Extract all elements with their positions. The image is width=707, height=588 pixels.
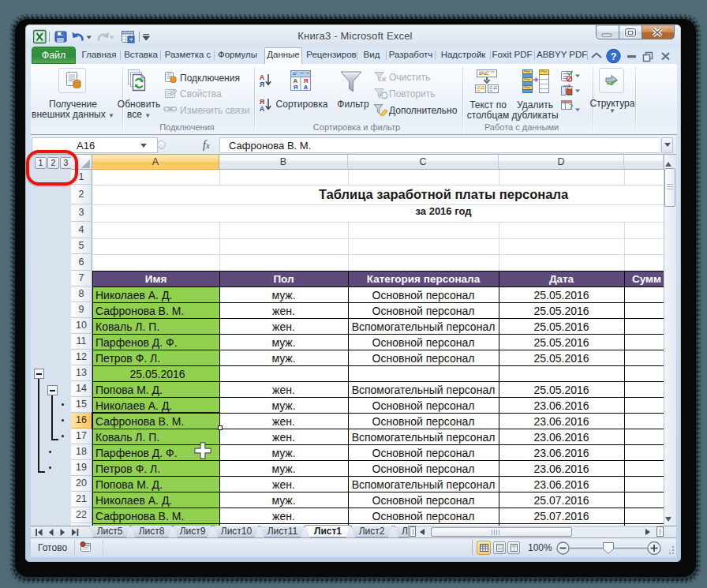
- svg-text:Я: Я: [260, 81, 264, 88]
- svg-text:А: А: [304, 84, 309, 91]
- svg-text:А: А: [260, 105, 265, 113]
- svg-text:Я: Я: [260, 98, 264, 106]
- svg-text:?: ?: [569, 102, 574, 111]
- svg-text:Я: Я: [294, 84, 298, 91]
- svg-text:А: А: [260, 73, 265, 81]
- svg-text:?: ?: [611, 51, 617, 62]
